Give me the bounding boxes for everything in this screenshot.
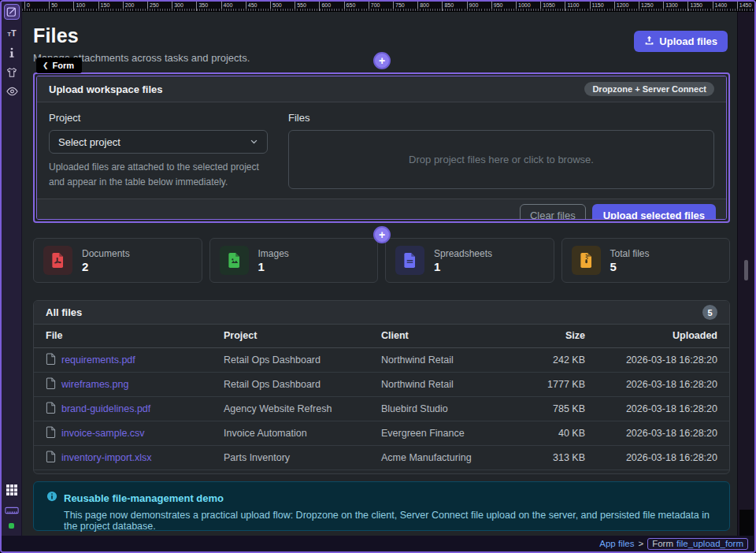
ruler-icon[interactable] <box>4 503 20 518</box>
upload-icon <box>644 35 654 48</box>
upload-card-footer: Clear files Upload selected files <box>37 199 726 220</box>
info-banner: Reusable file-management demo This page … <box>33 481 730 531</box>
size-cell: 1777 KB <box>505 372 591 396</box>
tech-badge: Dropzone + Server Connect <box>584 82 714 96</box>
edit-pencil-icon[interactable] <box>4 4 20 20</box>
stat-card-documents: Documents 2 <box>33 238 202 283</box>
file-link[interactable]: invoice-sample.csv <box>61 428 145 439</box>
breadcrumb-app-files[interactable]: App files <box>599 539 634 548</box>
file-icon <box>46 402 56 416</box>
files-card-title: All files <box>46 306 82 318</box>
ruler-tick-label: 250 <box>147 2 159 12</box>
ruler-tick-label: 450 <box>246 2 258 12</box>
project-cell: Retail Ops Dashboard <box>217 347 375 372</box>
files-table-header-row: FileProjectClientSizeUploaded <box>34 325 729 347</box>
table-row: invoice-sample.csv Invoice Automation Ev… <box>34 421 729 445</box>
client-cell: Acme Manufacturing <box>375 445 505 469</box>
column-header-uploaded: Uploaded <box>591 325 729 347</box>
grid-icon[interactable] <box>4 482 20 498</box>
ruler-tick-label: 1100 <box>565 2 579 12</box>
client-cell: Bluebird Studio <box>375 396 505 421</box>
file-count-badge: 5 <box>702 305 717 320</box>
ruler-tick-label: 100 <box>73 2 85 12</box>
ruler-tick-label: 400 <box>221 2 233 12</box>
breadcrumb-form-box[interactable]: Form file_upload_form <box>647 538 748 550</box>
file-link[interactable]: requirements.pdf <box>61 354 135 366</box>
ruler-tick-label: 50 <box>49 2 57 12</box>
ruler-tick-label: 600 <box>319 2 331 12</box>
page-title: Files <box>33 24 728 47</box>
form-selection-badge[interactable]: ❮ Form <box>36 58 82 73</box>
typography-icon[interactable]: TT <box>4 25 20 41</box>
files-card-header: All files 5 <box>34 301 729 325</box>
column-header-client: Client <box>375 325 505 347</box>
upload-files-button[interactable]: Upload files <box>634 31 728 52</box>
ruler-tick-label: 200 <box>123 2 135 12</box>
project-help-text: Uploaded files are attached to the selec… <box>49 160 268 189</box>
upload-panel-selection[interactable]: Upload workspace files Dropzone + Server… <box>33 72 730 223</box>
size-cell: 40 KB <box>505 421 591 445</box>
info-circle-icon <box>46 491 57 505</box>
corner-panel <box>739 510 754 537</box>
files-label: Files <box>288 112 714 124</box>
upload-card-header: Upload workspace files Dropzone + Server… <box>37 76 726 102</box>
project-cell: Invoice Automation <box>217 421 375 445</box>
ruler-tick-label: 1300 <box>663 2 678 12</box>
column-header-size: Size <box>505 325 591 347</box>
ruler-tick-label: 800 <box>417 2 429 12</box>
ruler-tick-label: 850 <box>442 2 454 12</box>
file-icon <box>46 451 56 465</box>
project-select[interactable]: Select project <box>49 130 268 154</box>
dropzone-text: Drop project files here or click to brow… <box>409 154 594 165</box>
stat-card-total-files: Total files 5 <box>561 238 731 283</box>
ruler-tick-label: 1150 <box>590 2 604 12</box>
file-dropzone[interactable]: Drop project files here or click to brow… <box>288 130 714 189</box>
size-cell: 242 KB <box>505 347 591 372</box>
upload-card-body: Project Select project Uploaded files ar… <box>37 102 726 199</box>
file-icon <box>46 426 56 440</box>
upload-card-title: Upload workspace files <box>49 84 163 95</box>
spreadsheet-file-icon <box>395 246 424 275</box>
file-link[interactable]: wireframes.png <box>61 379 128 390</box>
project-cell: Retail Ops Dashboard <box>217 372 375 396</box>
stat-value: 1 <box>434 260 492 273</box>
right-scroll-strip <box>737 12 754 537</box>
info-icon[interactable] <box>4 45 20 61</box>
client-cell: Northwind Retail <box>375 347 505 372</box>
stats-row: Documents 2 Images 1 Spreadsheets 1 Tota… <box>33 238 730 283</box>
file-icon <box>46 377 56 392</box>
stat-label: Spreadsheets <box>434 248 492 259</box>
ruler-tick-label: 1350 <box>687 2 702 12</box>
left-toolbar: TT <box>2 2 22 536</box>
scrollbar-thumb[interactable] <box>744 260 748 280</box>
size-cell: 785 KB <box>505 396 591 421</box>
ruler-tick-label: 350 <box>196 2 208 12</box>
insert-after-button[interactable]: + <box>373 226 391 243</box>
chevron-left-icon: ❮ <box>43 61 49 69</box>
ruler-tick-label: 150 <box>98 2 110 12</box>
stat-label: Documents <box>82 248 130 259</box>
clear-files-button[interactable]: Clear files <box>520 204 586 220</box>
ruler-tick-label: 900 <box>467 2 479 12</box>
ruler-tick-label: 950 <box>491 2 503 12</box>
project-cell: Parts Inventory <box>217 445 375 469</box>
table-row: inventory-import.xlsx Parts Inventory Ac… <box>34 445 729 469</box>
insert-before-button[interactable]: + <box>373 52 391 69</box>
upload-selected-files-button[interactable]: Upload selected files <box>592 204 716 220</box>
chevron-down-icon <box>250 136 258 148</box>
project-label: Project <box>49 112 268 124</box>
stat-card-images: Images 1 <box>209 238 379 283</box>
ruler-tick-label: 650 <box>344 2 356 12</box>
eye-icon[interactable] <box>4 84 20 99</box>
file-link[interactable]: brand-guidelines.pdf <box>61 403 150 414</box>
stat-card-spreadsheets: Spreadsheets 1 <box>385 238 554 283</box>
ruler-tick-label: 1050 <box>540 2 555 12</box>
uploaded-cell: 2026-03-18 16:28:20 <box>591 347 729 372</box>
files-table: FileProjectClientSizeUploaded requiremen… <box>34 325 729 470</box>
column-header-file: File <box>34 325 217 347</box>
file-link[interactable]: inventory-import.xlsx <box>61 452 152 463</box>
table-row: brand-guidelines.pdf Agency Website Refr… <box>34 396 729 421</box>
table-row: requirements.pdf Retail Ops Dashboard No… <box>34 347 729 372</box>
shirt-icon[interactable] <box>4 65 20 80</box>
file-icon <box>46 353 56 367</box>
